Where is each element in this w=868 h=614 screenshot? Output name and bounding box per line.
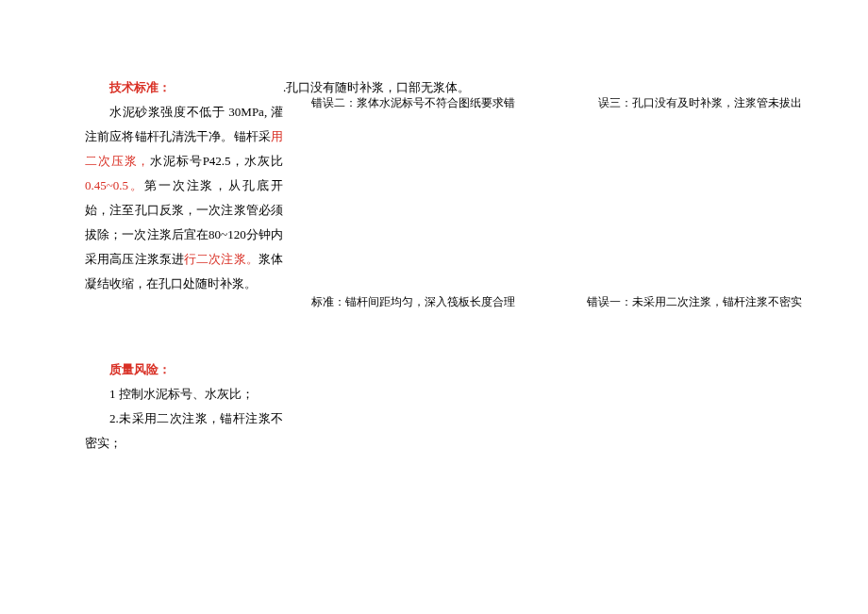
caption-standard: 标准：锚杆间距均匀，深入筏板长度合理: [311, 290, 515, 313]
risk-block: 质量风险： 1 控制水泥标号、水灰比； 2.未采用二次注浆，锚杆注浆不密实；: [85, 357, 283, 456]
caption-error-1: 错误一：未采用二次注浆，锚杆注浆不密实: [587, 290, 802, 313]
risk-item-2: 2.未采用二次注浆，锚杆注浆不密实；: [85, 407, 283, 456]
left-column: 技术标准： 水泥砂浆强度不低于 30MPa, 灌注前应将锚杆孔清洗干净。锚杆采用…: [85, 75, 283, 456]
tech-standard-title: 技术标准：: [85, 75, 283, 100]
caption-row-top: 错误二：浆体水泥标号不符合图纸要求错 误三：孔口没有及时补浆，注浆管未拔出: [311, 91, 802, 114]
caption-row-bottom: 标准：锚杆间距均匀，深入筏板长度合理 错误一：未采用二次注浆，锚杆注浆不密实: [311, 290, 802, 313]
tech-standard-body: 水泥砂浆强度不低于 30MPa, 灌注前应将锚杆孔清洗干净。锚杆采用二次压浆，水…: [85, 100, 283, 296]
tech-text-seg2: 水泥标号P42.5，水灰比: [150, 154, 283, 168]
tech-highlight-3: 行二次注浆。: [184, 252, 259, 266]
tech-highlight-2: 0.45~0.5。: [85, 178, 144, 192]
caption-error-2: 错误二：浆体水泥标号不符合图纸要求错: [311, 91, 515, 114]
tech-text-seg1: 水泥砂浆强度不低于 30MPa, 灌注前应将锚杆孔清洗干净。锚杆采: [85, 105, 283, 143]
right-column: .孔口没有随时补浆，口部无浆体。 错误二：浆体水泥标号不符合图纸要求错 误三：孔…: [311, 75, 783, 456]
caption-error-3: 误三：孔口没有及时补浆，注浆管未拔出: [598, 91, 802, 114]
quality-risk-title: 质量风险：: [85, 357, 283, 382]
risk-item-1: 1 控制水泥标号、水灰比；: [85, 382, 283, 407]
